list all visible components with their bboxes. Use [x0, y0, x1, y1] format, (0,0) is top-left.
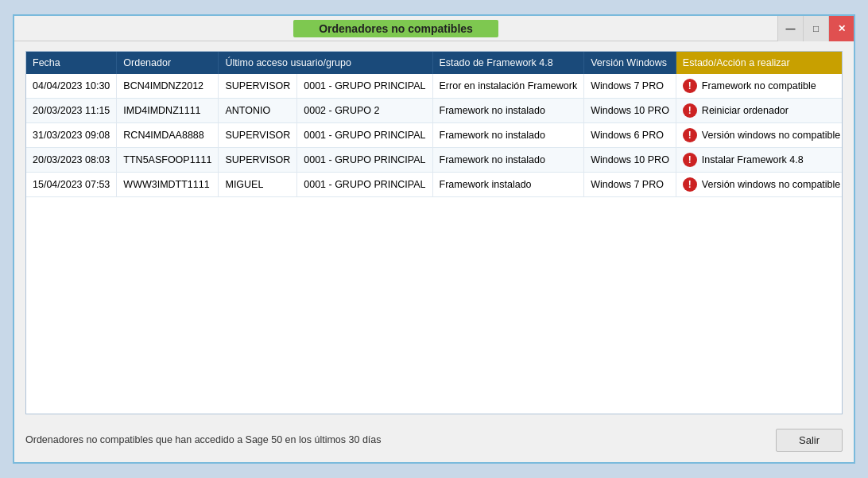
cell-fecha: 15/04/2023 07:53: [26, 173, 117, 197]
cell-usuario-name: MIGUEL: [219, 173, 297, 197]
cell-windows: Windows 6 PRO: [584, 123, 676, 148]
cell-usuario-group: 0002 - GRUPO 2: [297, 99, 432, 123]
alert-icon: !: [683, 153, 697, 167]
col-header-ordenador: Ordenador: [117, 52, 219, 74]
estado-text: Versión windows no compatible: [702, 130, 840, 141]
estado-text: Versión windows no compatible: [702, 179, 840, 190]
col-header-usuario: Último acceso usuario/grupo: [219, 52, 432, 74]
cell-fecha: 20/03/2023 11:15: [26, 99, 117, 123]
col-header-windows: Versión Windows: [584, 52, 676, 74]
cell-estado: ! Framework no compatible: [676, 74, 843, 99]
cell-windows: Windows 10 PRO: [584, 148, 676, 173]
cell-fecha: 31/03/2023 09:08: [26, 123, 117, 148]
col-header-fecha: Fecha: [26, 52, 117, 74]
alert-icon: !: [683, 128, 697, 142]
cell-framework: Framework no instalado: [432, 123, 584, 148]
data-table: Fecha Ordenador Último acceso usuario/gr…: [26, 52, 843, 197]
table-row: 20/03/2023 08:03TTN5ASFOOP1111SUPERVISOR…: [26, 148, 843, 173]
cell-windows: Windows 10 PRO: [584, 99, 676, 123]
cell-estado: ! Versión windows no compatible: [676, 173, 843, 197]
table-row: 15/04/2023 07:53WWW3IMDTT1111MIGUEL0001 …: [26, 173, 843, 197]
cell-framework: Framework no instalado: [432, 148, 584, 173]
col-header-estado: Estado/Acción a realizar: [676, 52, 843, 74]
estado-text: Framework no compatible: [702, 80, 816, 91]
table-row: 20/03/2023 11:15IMD4IMDNZ1111ANTONIO0002…: [26, 99, 843, 123]
table-row: 31/03/2023 09:08RCN4IMDAA8888SUPERVISOR0…: [26, 123, 843, 148]
alert-icon: !: [683, 177, 697, 192]
cell-estado: ! Versión windows no compatible: [676, 123, 843, 148]
table-header-row: Fecha Ordenador Último acceso usuario/gr…: [26, 52, 843, 74]
cell-usuario-group: 0001 - GRUPO PRINCIPAL: [297, 74, 432, 99]
estado-text: Instalar Framework 4.8: [702, 154, 804, 165]
content-area: Fecha Ordenador Último acceso usuario/gr…: [14, 41, 854, 462]
cell-usuario-name: ANTONIO: [219, 99, 297, 123]
minimize-button[interactable]: —: [777, 16, 803, 41]
cell-fecha: 04/04/2023 10:30: [26, 74, 117, 99]
table-container: Fecha Ordenador Último acceso usuario/gr…: [25, 51, 843, 414]
cell-framework: Framework no instalado: [432, 99, 584, 123]
main-window: Ordenadores no compatibles — □ ✕ Fecha O…: [13, 14, 855, 464]
cell-ordenador: TTN5ASFOOP1111: [117, 148, 219, 173]
footer-area: Ordenadores no compatibles que han acced…: [25, 421, 843, 456]
col-header-framework: Estado de Framework 4.8: [432, 52, 584, 74]
maximize-button[interactable]: □: [803, 16, 828, 41]
alert-icon: !: [683, 103, 697, 118]
cell-usuario-group: 0001 - GRUPO PRINCIPAL: [297, 173, 432, 197]
cell-usuario-group: 0001 - GRUPO PRINCIPAL: [297, 123, 432, 148]
salir-button[interactable]: Salir: [776, 429, 843, 452]
close-button[interactable]: ✕: [828, 16, 854, 41]
cell-ordenador: RCN4IMDAA8888: [117, 123, 219, 148]
table-body: 04/04/2023 10:30BCN4IMDNZ2012SUPERVISOR0…: [26, 74, 843, 197]
footer-text: Ordenadores no compatibles que han acced…: [25, 434, 382, 445]
table-row: 04/04/2023 10:30BCN4IMDNZ2012SUPERVISOR0…: [26, 74, 843, 99]
window-controls: — □ ✕: [777, 16, 854, 41]
title-bar-center: Ordenadores no compatibles: [14, 20, 777, 37]
cell-usuario-name: SUPERVISOR: [219, 148, 297, 173]
cell-framework: Error en instalación Framework: [432, 74, 584, 99]
cell-usuario-name: SUPERVISOR: [219, 123, 297, 148]
cell-windows: Windows 7 PRO: [584, 74, 676, 99]
cell-ordenador: BCN4IMDNZ2012: [117, 74, 219, 99]
title-bar: Ordenadores no compatibles — □ ✕: [14, 16, 854, 41]
cell-ordenador: IMD4IMDNZ1111: [117, 99, 219, 123]
window-title: Ordenadores no compatibles: [293, 20, 498, 37]
cell-usuario-group: 0001 - GRUPO PRINCIPAL: [297, 148, 432, 173]
cell-windows: Windows 7 PRO: [584, 173, 676, 197]
alert-icon: !: [683, 79, 697, 93]
cell-estado: ! Instalar Framework 4.8: [676, 148, 843, 173]
cell-estado: ! Reiniciar ordenador: [676, 99, 843, 123]
cell-usuario-name: SUPERVISOR: [219, 74, 297, 99]
estado-text: Reiniciar ordenador: [702, 105, 789, 116]
cell-framework: Framework instalado: [432, 173, 584, 197]
cell-ordenador: WWW3IMDTT1111: [117, 173, 219, 197]
cell-fecha: 20/03/2023 08:03: [26, 148, 117, 173]
